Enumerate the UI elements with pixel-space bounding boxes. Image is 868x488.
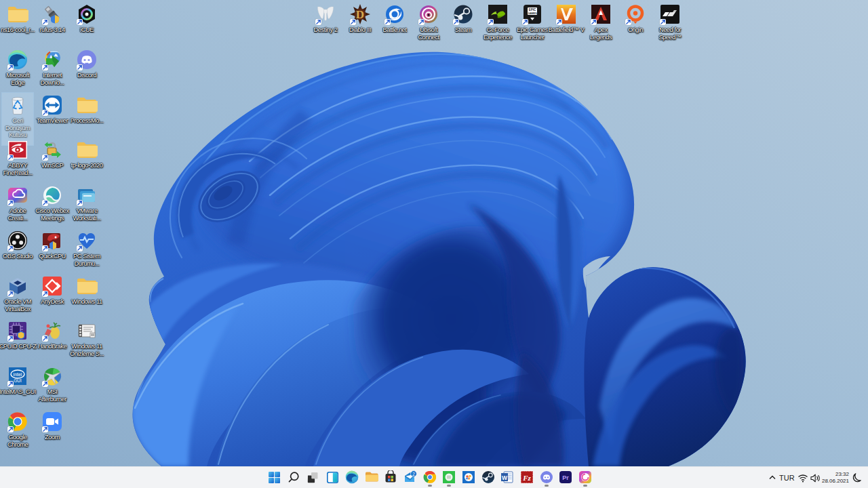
svg-text:D: D [356, 8, 364, 21]
svg-text:GAMES: GAMES [528, 12, 537, 15]
svg-text:GUI: GUI [14, 378, 22, 383]
svg-text:intel: intel [14, 372, 22, 377]
svg-text:EPIC: EPIC [529, 8, 536, 12]
